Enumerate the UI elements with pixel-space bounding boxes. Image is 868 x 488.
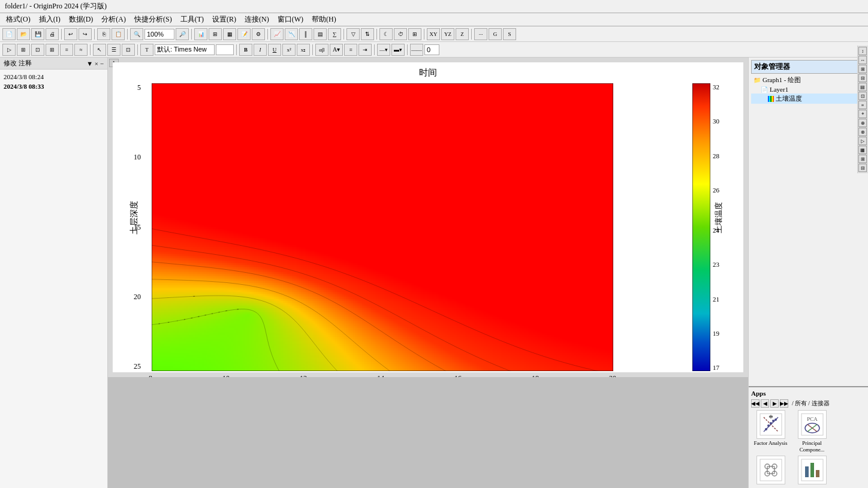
rt-btn-4[interactable]: ⊟ [858, 74, 867, 82]
apps-nav-first[interactable]: ◀◀ [751, 399, 760, 408]
rt-btn-1[interactable]: ↕ [858, 47, 867, 55]
rt-btn-10[interactable]: ⊗ [858, 128, 867, 136]
tb-b1[interactable]: 📈 [270, 28, 284, 40]
tb-b3[interactable]: ║ [299, 28, 312, 40]
tb-more[interactable]: ··· [474, 28, 487, 40]
menu-connect[interactable]: 连接(N) [241, 13, 273, 26]
menu-window[interactable]: 窗口(W) [274, 13, 307, 26]
tb-sort[interactable]: ⇅ [361, 28, 374, 40]
soil-temp-item[interactable]: 土壤温度 [751, 94, 866, 104]
tb2-b3[interactable]: ⊡ [31, 44, 44, 56]
tb2-b6[interactable]: ≈ [74, 44, 88, 56]
tb2-align[interactable]: ≡ [344, 44, 357, 56]
app-factor-analysis[interactable]: Factor Analysis [751, 410, 790, 453]
tb-zoom-in[interactable]: 🔍 [130, 28, 143, 40]
tb-b5[interactable]: ∑ [328, 28, 341, 40]
svg-rect-27 [810, 463, 814, 477]
tb-filter[interactable]: ▽ [346, 28, 360, 40]
menu-insert[interactable]: 插入(I) [35, 13, 64, 26]
linewidth-input[interactable] [424, 44, 439, 55]
menu-help[interactable]: 帮助(H) [308, 13, 340, 26]
app-item-4[interactable] [792, 456, 831, 486]
tb2-b4[interactable]: ⊞ [46, 44, 59, 56]
tb-b2[interactable]: 📉 [285, 28, 298, 40]
rt-btn-13[interactable]: ⊞ [858, 155, 867, 163]
rt-btn-3[interactable]: ⊞ [858, 65, 867, 73]
tb2-bold[interactable]: B [239, 44, 252, 56]
tb-copy[interactable]: ⎘ [97, 28, 110, 40]
tb2-b7[interactable]: ☰ [107, 44, 120, 56]
tb2-b5[interactable]: ≡ [60, 44, 73, 56]
apps-nav-last[interactable]: ▶▶ [780, 399, 788, 408]
tb-redo[interactable]: ↪ [79, 28, 92, 40]
sep-6 [343, 29, 344, 40]
graph1-item[interactable]: 📁 Graph1 - 绘图 [751, 75, 866, 85]
menu-data[interactable]: 数据(D) [65, 13, 97, 26]
tb-table[interactable]: ⊞ [209, 28, 222, 40]
tb2-indent[interactable]: ⇥ [358, 44, 372, 56]
rt-btn-6[interactable]: ⊡ [858, 92, 867, 100]
menu-quick-analysis[interactable]: 快捷分析(S) [131, 13, 176, 26]
tb-save[interactable]: 💾 [31, 28, 44, 40]
tb-undo[interactable]: ↩ [64, 28, 77, 40]
layer1-item[interactable]: 📄 Layer1 [751, 85, 866, 94]
tb2-sub[interactable]: x₂ [297, 44, 310, 56]
tb-graph[interactable]: 📊 [194, 28, 207, 40]
tb2-b1[interactable]: ▷ [2, 44, 16, 56]
tb-script[interactable]: ⚙ [252, 28, 265, 40]
sep-t2-1 [90, 44, 91, 55]
tb-clock[interactable]: ⏱ [394, 28, 407, 40]
tb2-fontcolor[interactable]: A▾ [330, 44, 343, 56]
sep-1 [61, 29, 62, 40]
tb2-linecolor[interactable]: —▾ [377, 44, 390, 56]
tb2-super[interactable]: x² [282, 44, 296, 56]
tb2-italic[interactable]: I [254, 44, 267, 56]
tb-open[interactable]: 📂 [17, 28, 30, 40]
tb2-linewidth[interactable]: —— [410, 44, 423, 56]
apps-tab-all[interactable]: / 所有 [792, 399, 807, 408]
font-name-input[interactable] [155, 44, 215, 55]
tb2-alpha[interactable]: αβ [315, 44, 328, 56]
sep-4 [191, 29, 192, 40]
tb2-fillcolor[interactable]: ▬▾ [391, 44, 405, 56]
tb-paste[interactable]: 📋 [111, 28, 125, 40]
tb2-b8[interactable]: ⊡ [122, 44, 135, 56]
apps-tab-connector[interactable]: / 连接器 [808, 399, 829, 408]
tb-matrix[interactable]: ▦ [223, 28, 236, 40]
tb-new[interactable]: 📄 [2, 28, 16, 40]
rt-btn-2[interactable]: ↔ [858, 56, 867, 64]
tb2-b2[interactable]: ⊞ [17, 44, 30, 56]
tb-notes[interactable]: 📝 [237, 28, 251, 40]
rt-btn-8[interactable]: ⌖ [858, 110, 867, 118]
font-size-input[interactable]: 0 [216, 44, 234, 55]
tb-s[interactable]: S [503, 28, 516, 40]
tb-xy[interactable]: XY [427, 28, 440, 40]
app-item-3[interactable] [751, 456, 790, 486]
tb-b4[interactable]: ▤ [314, 28, 327, 40]
tb2-underline[interactable]: U [268, 44, 281, 56]
rt-btn-7[interactable]: ≡ [858, 101, 867, 109]
tb-yz[interactable]: YZ [441, 28, 454, 40]
apps-nav-prev[interactable]: ◀ [761, 399, 769, 408]
tb-g[interactable]: G [489, 28, 502, 40]
menu-tools[interactable]: 工具(T) [177, 13, 207, 26]
rt-btn-14[interactable]: ⊟ [858, 164, 867, 172]
panel-close-btn[interactable]: ▼ × − [86, 60, 104, 67]
tb-xyz[interactable]: Z [456, 28, 469, 40]
apps-nav-next[interactable]: ▶ [770, 399, 779, 408]
app-pca[interactable]: PCA Principal Compone... [792, 410, 831, 453]
tb2-cursor[interactable]: ↖ [93, 44, 106, 56]
tb-zoom-out[interactable]: 🔎 [176, 28, 189, 40]
menu-format[interactable]: 格式(O) [2, 13, 34, 26]
tb-grid[interactable]: ⊞ [408, 28, 421, 40]
zoom-input[interactable]: 100% [144, 29, 174, 40]
menu-settings[interactable]: 设置(R) [209, 13, 240, 26]
rt-btn-5[interactable]: ▤ [858, 83, 867, 91]
rt-btn-12[interactable]: ▦ [858, 146, 867, 154]
rt-btn-11[interactable]: ▷ [858, 137, 867, 145]
tb2-text[interactable]: T [140, 44, 153, 56]
tb-print[interactable]: 🖨 [46, 28, 59, 40]
tb-moon[interactable]: ☾ [379, 28, 393, 40]
rt-btn-9[interactable]: ⊕ [858, 119, 867, 127]
menu-analysis[interactable]: 分析(A) [98, 13, 129, 26]
